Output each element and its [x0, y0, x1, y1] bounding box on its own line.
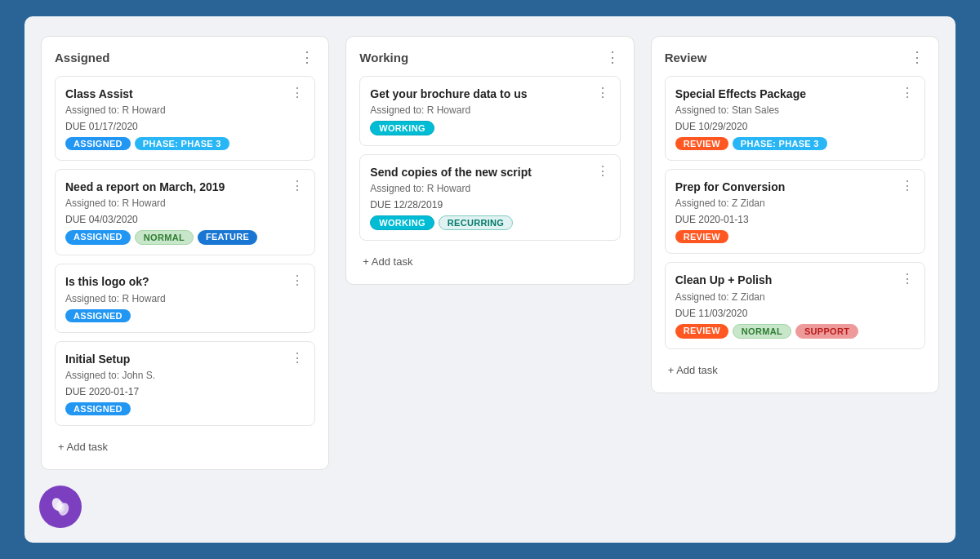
badge-assigned-card-2: ASSIGNED	[65, 230, 131, 245]
column-title-assigned: Assigned	[55, 51, 110, 64]
card-assigned-card-9: Assigned to: Z Zidan	[675, 291, 915, 303]
column-menu-working[interactable]: ⋮	[605, 50, 621, 64]
column-assigned: Assigned⋮Class Assist⋮Assigned to: R How…	[41, 36, 329, 470]
badge-feature-card-2: FEATURE	[198, 230, 257, 245]
card-due-card-6: DUE 12/28/2019	[370, 199, 609, 211]
card-assigned-card-5: Assigned to: R Howard	[370, 104, 609, 116]
card-due-card-7: DUE 10/29/2020	[675, 121, 915, 132]
card-assigned-card-8: Assigned to: Z Zidan	[675, 197, 915, 209]
card-title-card-9: Clean Up + Polish	[675, 273, 894, 287]
column-review: Review⋮Special Effects Package⋮Assigned …	[651, 36, 939, 393]
card-card-5: Get your brochure data to us⋮Assigned to…	[359, 76, 620, 146]
badge-assigned-card-1: ASSIGNED	[65, 137, 131, 150]
card-badges-card-3: ASSIGNED	[65, 309, 305, 322]
card-badges-card-1: ASSIGNEDPHASE: PHASE 3	[65, 137, 305, 150]
card-badges-card-7: REVIEWPHASE: PHASE 3	[675, 137, 915, 150]
card-due-card-2: DUE 04/03/2020	[65, 214, 305, 225]
card-assigned-card-4: Assigned to: John S.	[65, 370, 305, 381]
card-assigned-card-6: Assigned to: R Howard	[370, 183, 609, 194]
add-task-working[interactable]: + Add task	[359, 249, 620, 271]
card-due-card-8: DUE 2020-01-13	[675, 214, 915, 225]
card-card-1: Class Assist⋮Assigned to: R HowardDUE 01…	[55, 76, 315, 161]
card-badges-card-6: WORKINGRECURRING	[370, 215, 609, 230]
badge-working-card-5: WORKING	[370, 121, 434, 135]
badge-review-card-8: REVIEW	[675, 230, 728, 243]
card-header-card-4: Initial Setup⋮	[65, 352, 305, 366]
card-title-card-8: Prep for Conversion	[675, 180, 894, 194]
card-title-card-4: Initial Setup	[65, 352, 284, 366]
column-menu-assigned[interactable]: ⋮	[300, 50, 315, 64]
badge-review-card-7: REVIEW	[675, 137, 728, 150]
column-title-review: Review	[665, 51, 707, 64]
card-card-7: Special Effects Package⋮Assigned to: Sta…	[665, 76, 925, 161]
add-task-review[interactable]: + Add task	[665, 357, 925, 379]
card-header-card-7: Special Effects Package⋮	[675, 87, 915, 101]
board-container: Assigned⋮Class Assist⋮Assigned to: R How…	[24, 16, 956, 543]
card-header-card-9: Clean Up + Polish⋮	[675, 273, 915, 287]
card-menu-card-7[interactable]: ⋮	[901, 87, 915, 100]
card-badges-card-4: ASSIGNED	[65, 402, 305, 415]
column-header-working: Working⋮	[359, 50, 620, 64]
card-badges-card-8: REVIEW	[675, 230, 915, 243]
card-assigned-card-1: Assigned to: R Howard	[65, 104, 305, 116]
column-title-working: Working	[359, 51, 408, 64]
badge-support-card-9: SUPPORT	[795, 324, 858, 339]
card-header-card-3: Is this logo ok?⋮	[65, 274, 305, 289]
column-menu-review[interactable]: ⋮	[910, 50, 925, 64]
card-title-card-2: Need a report on March, 2019	[65, 180, 284, 194]
card-badges-card-9: REVIEWNORMALSUPPORT	[675, 324, 915, 339]
kanban-board: Assigned⋮Class Assist⋮Assigned to: R How…	[41, 36, 939, 470]
badge-phase3-card-7: PHASE: PHASE 3	[733, 137, 827, 150]
card-menu-card-6[interactable]: ⋮	[596, 165, 610, 178]
card-menu-card-1[interactable]: ⋮	[291, 87, 305, 100]
card-title-card-5: Get your brochure data to us	[370, 87, 589, 101]
card-card-8: Prep for Conversion⋮Assigned to: Z Zidan…	[665, 169, 925, 254]
badge-review-card-9: REVIEW	[675, 324, 728, 339]
card-header-card-6: Send copies of the new script⋮	[370, 165, 609, 180]
badge-recurring-card-6: RECURRING	[439, 215, 513, 230]
card-header-card-8: Prep for Conversion⋮	[675, 180, 915, 194]
badge-phase3-card-1: PHASE: PHASE 3	[135, 137, 229, 150]
app-logo	[39, 486, 82, 528]
card-due-card-1: DUE 01/17/2020	[65, 121, 305, 132]
card-title-card-6: Send copies of the new script	[370, 165, 589, 180]
card-title-card-3: Is this logo ok?	[65, 274, 284, 289]
card-header-card-1: Class Assist⋮	[65, 87, 305, 101]
card-due-card-4: DUE 2020-01-17	[65, 386, 305, 397]
add-task-assigned[interactable]: + Add task	[55, 434, 315, 456]
card-title-card-1: Class Assist	[65, 87, 284, 101]
card-card-4: Initial Setup⋮Assigned to: John S.DUE 20…	[55, 341, 315, 426]
badge-normal-card-2: NORMAL	[135, 230, 194, 245]
card-menu-card-3[interactable]: ⋮	[291, 274, 305, 287]
card-menu-card-2[interactable]: ⋮	[291, 180, 305, 193]
badge-assigned-card-4: ASSIGNED	[65, 402, 131, 415]
card-assigned-card-3: Assigned to: R Howard	[65, 293, 305, 304]
card-header-card-5: Get your brochure data to us⋮	[370, 87, 609, 101]
card-menu-card-4[interactable]: ⋮	[291, 352, 305, 365]
card-card-3: Is this logo ok?⋮Assigned to: R HowardAS…	[55, 264, 315, 332]
badge-working-card-6: WORKING	[370, 215, 434, 230]
card-menu-card-8[interactable]: ⋮	[901, 180, 915, 193]
card-assigned-card-7: Assigned to: Stan Sales	[675, 104, 915, 116]
card-header-card-2: Need a report on March, 2019⋮	[65, 180, 305, 194]
badge-normal-card-9: NORMAL	[733, 324, 791, 339]
card-due-card-9: DUE 11/03/2020	[675, 308, 915, 319]
card-badges-card-2: ASSIGNEDNORMALFEATURE	[65, 230, 305, 245]
card-card-6: Send copies of the new script⋮Assigned t…	[359, 154, 620, 241]
card-menu-card-5[interactable]: ⋮	[596, 87, 610, 100]
card-badges-card-5: WORKING	[370, 121, 609, 135]
card-menu-card-9[interactable]: ⋮	[901, 273, 915, 286]
column-header-assigned: Assigned⋮	[55, 50, 315, 64]
svg-point-3	[56, 501, 65, 512]
card-card-9: Clean Up + Polish⋮Assigned to: Z ZidanDU…	[665, 262, 925, 348]
badge-assigned-card-3: ASSIGNED	[65, 309, 131, 322]
card-title-card-7: Special Effects Package	[675, 87, 894, 101]
column-working: Working⋮Get your brochure data to us⋮Ass…	[345, 36, 634, 285]
card-assigned-card-2: Assigned to: R Howard	[65, 197, 305, 209]
card-card-2: Need a report on March, 2019⋮Assigned to…	[55, 169, 315, 255]
column-header-review: Review⋮	[665, 50, 925, 64]
